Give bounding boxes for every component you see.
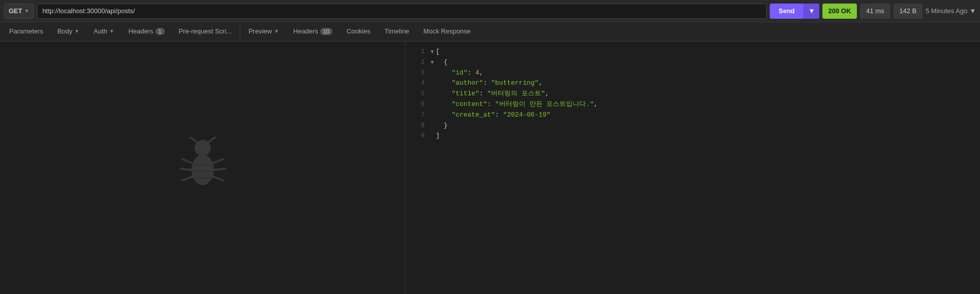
method-selector[interactable]: GET ▼ — [4, 4, 34, 19]
method-label: GET — [9, 7, 22, 15]
tab-divider — [240, 22, 240, 42]
main-content: 1 ▼ [ 2 ▼ { 3 ▼ "id": 4, 4 ▼ "author — [0, 42, 980, 294]
status-badge: 200 OK — [822, 4, 857, 19]
send-button[interactable]: Send — [770, 4, 804, 19]
send-dropdown-button[interactable]: ▼ — [804, 4, 819, 19]
tab-body[interactable]: Body ▼ — [50, 22, 87, 42]
bug-icon-container — [172, 137, 233, 199]
tab-auth[interactable]: Auth ▼ — [87, 22, 122, 42]
svg-line-2 — [209, 137, 215, 142]
svg-line-10 — [213, 159, 223, 163]
duration-badge: 41 ms — [860, 4, 890, 19]
code-area: 1 ▼ [ 2 ▼ { 3 ▼ "id": 4, 4 ▼ "author — [405, 42, 980, 146]
send-button-group: Send ▼ — [770, 4, 819, 19]
timestamp-label: 5 Minutes Ago ▼ — [926, 7, 976, 15]
code-line-7: 7 ▼ "create_at": "2024-06-19" — [405, 110, 980, 121]
chevron-down-icon: ▼ — [808, 7, 815, 15]
tab-pre-request[interactable]: Pre-request Scri... — [172, 22, 239, 42]
svg-line-11 — [214, 169, 225, 170]
svg-line-1 — [190, 137, 197, 142]
headers-response-badge: 10 — [320, 28, 332, 35]
tab-headers-response[interactable]: Headers 10 — [286, 22, 340, 42]
headers-request-badge: 1 — [156, 28, 165, 35]
code-line-2: 2 ▼ { — [405, 57, 980, 68]
tab-preview[interactable]: Preview ▼ — [241, 22, 286, 42]
left-panel — [0, 42, 405, 294]
tab-cookies[interactable]: Cookies — [340, 22, 378, 42]
code-line-8: 8 ▼ } — [405, 121, 980, 131]
code-line-6: 6 ▼ "content": "버터링이 만든 포스트입니다.", — [405, 99, 980, 110]
svg-line-12 — [213, 176, 223, 180]
right-panel: 1 ▼ [ 2 ▼ { 3 ▼ "id": 4, 4 ▼ "author — [405, 42, 980, 294]
svg-line-9 — [182, 176, 193, 180]
svg-line-8 — [180, 169, 192, 170]
tab-timeline[interactable]: Timeline — [378, 22, 417, 42]
tab-headers-request[interactable]: Headers 1 — [121, 22, 171, 42]
top-bar: GET ▼ Send ▼ 200 OK 41 ms 142 B 5 Minute… — [0, 0, 980, 22]
chevron-down-icon: ▼ — [969, 7, 976, 15]
tab-parameters[interactable]: Parameters — [2, 22, 50, 42]
svg-line-7 — [182, 159, 193, 163]
code-line-3: 3 ▼ "id": 4, — [405, 68, 980, 79]
svg-point-3 — [192, 155, 214, 185]
size-badge: 142 B — [893, 4, 923, 19]
code-line-5: 5 ▼ "title": "버터링의 포스트", — [405, 89, 980, 99]
code-line-4: 4 ▼ "author": "butterring", — [405, 78, 980, 89]
code-line-9: 9 ▼ ] — [405, 131, 980, 141]
bug-icon — [172, 137, 233, 198]
url-input[interactable] — [37, 4, 767, 19]
chevron-down-icon: ▼ — [109, 28, 115, 34]
tab-bar: Parameters Body ▼ Auth ▼ Headers 1 Pre-r… — [0, 22, 980, 42]
chevron-down-icon: ▼ — [74, 28, 80, 34]
tab-mock-response[interactable]: Mock Response — [417, 22, 478, 42]
chevron-down-icon: ▼ — [274, 28, 279, 34]
code-line-1: 1 ▼ [ — [405, 47, 980, 57]
chevron-down-icon: ▼ — [24, 8, 29, 14]
